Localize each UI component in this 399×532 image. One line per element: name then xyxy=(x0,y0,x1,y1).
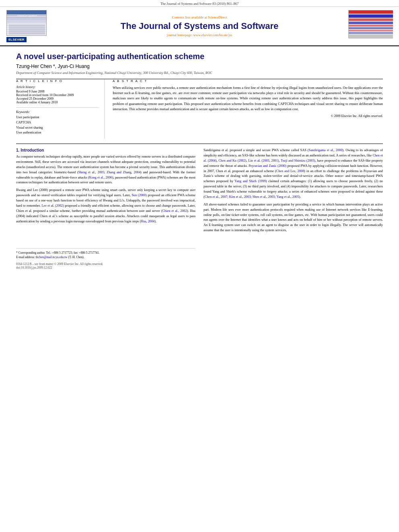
journal-header: Journal of Systems ELSEVIER Contents lis… xyxy=(0,7,399,46)
svg-text:Journal of Systems: Journal of Systems xyxy=(16,14,37,17)
journal-homepage: journal homepage: www.elsevier.com/locat… xyxy=(51,33,348,37)
ref-chen2007[interactable]: Chen et al., 2007; Kim et al., 2003; She… xyxy=(205,195,299,199)
intro-paragraph-2: Hwang and Lee (2000) proposed a remote u… xyxy=(16,188,195,224)
elsevier-logo-area: Journal of Systems ELSEVIER xyxy=(6,10,51,42)
footnote-star: * Corresponding author. Tel.: +886 5 271… xyxy=(16,251,195,255)
authors: Tzung-Her Chen *, Jyun-Ci Huang xyxy=(16,64,383,69)
info-abstract-section: A R T I C L E I N F O Article history: R… xyxy=(16,79,383,139)
keyword-1: User participation xyxy=(16,115,99,120)
sciencedirect-text: Contents lists available at ScienceDirec… xyxy=(51,15,348,19)
ref-sandirigama[interactable]: Sandirigama et al., 2000 xyxy=(309,148,343,152)
abstract-text: When utilizing services over public netw… xyxy=(113,85,383,112)
ref-chenlee[interactable]: Chen and Lee, 2008 xyxy=(276,169,304,173)
sciencedirect-link-text[interactable]: ScienceDirect xyxy=(208,15,227,19)
ref-tsuji[interactable]: Tsuji and Shimizu (2003) xyxy=(281,159,315,162)
ref-sheng[interactable]: Sheng et al., 2005; Zhang and Zhang, 200… xyxy=(78,170,140,174)
journal-citation: The Journal of Systems and Software 83 (… xyxy=(160,2,239,6)
ref-hsu[interactable]: Hsu, 2004 xyxy=(141,220,154,223)
right-paragraph-2: All above-named schemes failed to guaran… xyxy=(204,202,383,233)
journal-left-image: Journal of Systems xyxy=(6,10,47,36)
ref-kong[interactable]: Kong et al., 2006 xyxy=(89,176,112,179)
svg-rect-14 xyxy=(349,25,393,27)
svg-rect-4 xyxy=(7,18,47,19)
svg-rect-11 xyxy=(349,14,393,18)
article-info-heading: A R T I C L E I N F O xyxy=(16,79,99,83)
abstract-heading: A B S T R A C T xyxy=(113,79,383,83)
article-title: A novel user-participating authenticatio… xyxy=(16,52,383,61)
ref-chien[interactable]: Chien et al., 2002 xyxy=(162,209,187,213)
abstract-column: A B S T R A C T When utilizing services … xyxy=(113,79,383,139)
svg-rect-6 xyxy=(7,22,47,23)
ref-lee[interactable]: Lee et al. (2002) xyxy=(42,204,64,207)
footnotes-section: * Corresponding author. Tel.: +886 5 271… xyxy=(16,248,195,259)
svg-rect-7 xyxy=(9,25,45,35)
svg-rect-17 xyxy=(349,32,393,34)
received-date: Received 9 June 2008 xyxy=(16,90,99,93)
svg-rect-15 xyxy=(349,27,393,29)
body-right-column: Sandirigama et al. proposed a simple and… xyxy=(204,144,383,269)
ref-yangshieh[interactable]: Yang and Shieh (1999) xyxy=(234,179,267,183)
available-date: Available online 4 January 2010 xyxy=(16,101,99,104)
keywords-label: Keywords: xyxy=(16,110,99,114)
keyword-2: CAPTCHA xyxy=(16,120,99,125)
svg-rect-0 xyxy=(7,10,47,36)
svg-rect-18 xyxy=(349,35,393,39)
footnote-email: E-mail address: thchen@mail.ncyu.edu.tw … xyxy=(16,255,195,259)
keyword-4: User authentication xyxy=(16,130,99,136)
ref-sun[interactable]: Sun (2000) xyxy=(132,193,147,197)
article-info-column: A R T I C L E I N F O Article history: R… xyxy=(16,79,105,139)
info-divider xyxy=(16,107,99,108)
footnote-email-link[interactable]: thchen@mail.ncyu.edu.tw xyxy=(36,255,68,259)
revised-date: Received in revised form 10 December 200… xyxy=(16,93,99,97)
abstract-copyright: © 2009 Elsevier Inc. All rights reserved… xyxy=(113,114,383,118)
svg-rect-16 xyxy=(349,30,393,31)
body-left-column: 1. Introduction As computer network tech… xyxy=(16,144,195,269)
top-bar: The Journal of Systems and Software 83 (… xyxy=(0,0,399,7)
body-content: 1. Introduction As computer network tech… xyxy=(16,144,383,269)
svg-rect-2 xyxy=(7,15,47,16)
svg-rect-3 xyxy=(7,17,47,18)
journal-right-logo xyxy=(348,10,393,42)
journal-title: The Journal of Systems and Software xyxy=(51,21,348,31)
homepage-url[interactable]: www.elsevier.com/locate/jss xyxy=(193,33,232,37)
affiliation: Department of Computer Science and Infor… xyxy=(16,71,383,75)
intro-section-title: 1. Introduction xyxy=(16,148,195,152)
footer-copyright: 0164-1212/$ – see front matter © 2009 El… xyxy=(16,262,195,269)
history-label: Article history: xyxy=(16,85,99,89)
accepted-date: Accepted 25 December 2009 xyxy=(16,97,99,101)
keywords-section: Keywords: User participation CAPTCHA Vis… xyxy=(16,110,99,136)
svg-rect-10 xyxy=(349,10,393,14)
ref-lin[interactable]: Lin et al. (2003, 2001) xyxy=(248,159,279,162)
svg-rect-5 xyxy=(7,20,47,21)
ref-peyravian[interactable]: Peyravian and Zunic (2000) xyxy=(249,164,286,168)
svg-rect-12 xyxy=(349,18,393,21)
right-paragraph-1: Sandirigama et al. proposed a simple and… xyxy=(204,148,383,200)
right-journal-image xyxy=(348,10,393,38)
article-history: Article history: Received 9 June 2008 Re… xyxy=(16,85,99,104)
main-content: A novel user-participating authenticatio… xyxy=(0,46,399,273)
intro-paragraph-1: As computer network techniques develop r… xyxy=(16,154,195,185)
keyword-3: Visual secret sharing xyxy=(16,125,99,131)
svg-rect-1 xyxy=(7,10,47,14)
elsevier-logo-box: ELSEVIER xyxy=(6,37,27,42)
journal-header-center: Contents lists available at ScienceDirec… xyxy=(51,15,348,37)
ref-chenku[interactable]: Chen and Ku (2002) xyxy=(218,159,246,162)
svg-rect-13 xyxy=(349,22,393,24)
